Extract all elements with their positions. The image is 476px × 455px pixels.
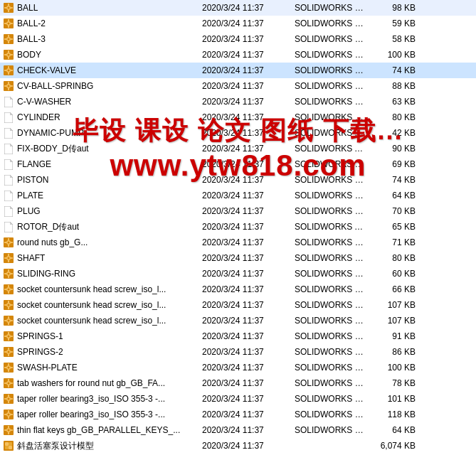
table-row[interactable]: CYLINDER 2020/3/24 11:37 SOLIDWORKS P...… <box>0 109 476 125</box>
file-type: SOLIDWORKS P... <box>295 331 366 341</box>
file-name: FLANGE <box>17 159 202 169</box>
file-name: tab washers for round nut gb_GB_FA... <box>17 378 202 388</box>
svg-rect-84 <box>8 285 9 287</box>
file-date: 2020/3/24 11:37 <box>202 331 295 341</box>
svg-point-125 <box>8 382 10 385</box>
svg-rect-100 <box>4 320 6 321</box>
file-name: BALL-3 <box>17 34 202 44</box>
file-icon <box>3 112 14 123</box>
file-date: 2020/3/24 11:37 <box>202 81 295 91</box>
svg-rect-34 <box>11 70 13 71</box>
svg-rect-143 <box>11 414 13 415</box>
table-row[interactable]: CV-BALL-SPRINBG 2020/3/24 11:37 SOLIDWOR… <box>0 78 476 94</box>
file-name: thin flat keys gb_GB_PARALLEL_KEYS_... <box>17 425 202 435</box>
file-icon <box>3 190 14 201</box>
svg-rect-93 <box>4 304 6 306</box>
table-row[interactable]: PISTON 2020/3/24 11:37 SOLIDWORKS P... 7… <box>0 172 476 188</box>
table-row[interactable]: taper roller bearing3_iso_ISO 355-3 -...… <box>0 391 476 407</box>
svg-point-90 <box>8 304 10 306</box>
file-type: SOLIDWORKS P... <box>295 347 366 357</box>
sw-part-icon <box>3 65 14 76</box>
file-date: 2020/3/24 11:37 <box>202 222 295 232</box>
table-row[interactable]: BODY 2020/3/24 11:37 SOLIDWORKS P... 100… <box>0 47 476 63</box>
svg-point-83 <box>8 289 10 291</box>
table-row[interactable]: ROTOR_D传aut 2020/3/24 11:37 SOLIDWORKS A… <box>0 219 476 235</box>
table-row[interactable]: PLUG 2020/3/24 11:37 SOLIDWORKS P... 70 … <box>0 203 476 219</box>
svg-rect-18 <box>8 41 9 43</box>
sw-part-icon <box>3 18 14 29</box>
file-size: 65 KB <box>366 222 416 232</box>
svg-rect-152 <box>5 442 9 446</box>
svg-rect-107 <box>4 336 6 337</box>
file-size: 80 KB <box>366 112 416 122</box>
table-row[interactable]: socket countersunk head screw_iso_l... 2… <box>0 313 476 328</box>
file-name: 斜盘活塞泵设计模型 <box>17 440 202 452</box>
table-row[interactable]: socket countersunk head screw_iso_l... 2… <box>0 297 476 313</box>
svg-rect-70 <box>8 254 9 256</box>
table-row[interactable]: tab washers for round nut gb_GB_FA... 20… <box>0 375 476 391</box>
svg-rect-6 <box>11 7 13 9</box>
sw-part-icon <box>3 2 14 14</box>
table-row[interactable]: BALL-3 2020/3/24 11:37 SOLIDWORKS P... 5… <box>0 31 476 47</box>
table-row[interactable]: FIX-BODY_D传aut 2020/3/24 11:37 SOLIDWORK… <box>0 141 476 156</box>
svg-point-9 <box>8 23 10 25</box>
svg-rect-133 <box>8 395 9 397</box>
table-row[interactable]: socket countersunk head screw_iso_l... 2… <box>0 282 476 297</box>
table-row[interactable]: SLIDING-RING 2020/3/24 11:37 SOLIDWORKS … <box>0 266 476 282</box>
table-row[interactable]: 斜盘活塞泵设计模型 2020/3/24 11:37 6,074 KB <box>0 438 476 454</box>
table-row[interactable]: thin flat keys gb_GB_PARALLEL_KEYS_... 2… <box>0 422 476 438</box>
file-date: 2020/3/24 11:37 <box>202 144 295 154</box>
table-row[interactable]: PLATE 2020/3/24 11:37 SOLIDWORKS R... 64… <box>0 188 476 203</box>
file-type: SOLIDWORKS P... <box>295 18 366 28</box>
svg-rect-115 <box>11 351 13 353</box>
svg-rect-41 <box>11 85 13 87</box>
file-date: 2020/3/24 11:37 <box>202 300 295 310</box>
file-date: 2020/3/24 11:37 <box>202 378 295 388</box>
file-date: 2020/3/24 11:37 <box>202 191 295 200</box>
svg-point-69 <box>8 257 10 259</box>
file-icon <box>3 159 14 170</box>
table-row[interactable]: CHECK-VALVE 2020/3/24 11:37 SOLIDWORKS P… <box>0 63 476 78</box>
svg-point-139 <box>8 414 10 416</box>
file-type: SOLIDWORKS R... <box>295 237 366 247</box>
svg-rect-91 <box>8 301 9 303</box>
svg-rect-71 <box>8 260 9 262</box>
svg-rect-92 <box>8 307 9 309</box>
svg-rect-26 <box>4 54 6 55</box>
table-row[interactable]: DYNAMIC-PUMP 2020/3/24 11:37 SOLIDWORKS … <box>0 125 476 141</box>
file-name: CHECK-VALVE <box>17 65 202 75</box>
file-type: SOLIDWORKS P... <box>295 253 366 263</box>
svg-rect-17 <box>8 35 9 37</box>
svg-rect-151 <box>4 441 14 451</box>
sw-part-icon <box>3 315 14 326</box>
file-type: SOLIDWORKS P... <box>295 378 366 388</box>
svg-rect-39 <box>8 88 9 90</box>
svg-rect-31 <box>8 66 9 68</box>
svg-rect-128 <box>4 382 6 384</box>
svg-rect-126 <box>8 379 9 381</box>
file-type: SOLIDWORKS A... <box>295 222 366 232</box>
table-row[interactable]: SPRINGS-2 2020/3/24 11:37 SOLIDWORKS P..… <box>0 344 476 360</box>
file-type: SOLIDWORKS P... <box>295 363 366 373</box>
table-row[interactable]: SPRINGS-1 2020/3/24 11:37 SOLIDWORKS P..… <box>0 328 476 344</box>
file-date: 2020/3/24 11:37 <box>202 50 295 60</box>
sw-part-icon <box>3 299 14 311</box>
svg-point-62 <box>8 242 10 244</box>
file-date: 2020/3/24 11:37 <box>202 206 295 216</box>
file-type: SOLIDWORKS P... <box>295 50 366 60</box>
file-name: BODY <box>17 50 202 60</box>
table-row[interactable]: FLANGE 2020/3/24 11:37 SOLIDWORKS P... 6… <box>0 156 476 172</box>
table-row[interactable]: round nuts gb_G... 2020/3/24 11:37 SOLID… <box>0 235 476 250</box>
file-size: 64 KB <box>366 425 416 435</box>
table-row[interactable]: SHAFT 2020/3/24 11:37 SOLIDWORKS P... 80… <box>0 250 476 266</box>
svg-rect-13 <box>11 23 13 24</box>
file-type: SOLIDWORKS P... <box>295 269 366 279</box>
file-size: 107 KB <box>366 300 416 310</box>
table-row[interactable]: C-V-WASHER 2020/3/24 11:37 SOLIDWORKS P.… <box>0 94 476 109</box>
table-row[interactable]: taper roller bearing3_iso_ISO 355-3 -...… <box>0 407 476 422</box>
svg-rect-64 <box>8 245 9 247</box>
table-row[interactable]: BALL 2020/3/24 11:37 SOLIDWORKS P... 98 … <box>0 0 476 16</box>
table-row[interactable]: BALL-2 2020/3/24 11:37 SOLIDWORKS P... 5… <box>0 16 476 31</box>
table-row[interactable]: SWASH-PLATE 2020/3/24 11:37 SOLIDWORKS P… <box>0 360 476 375</box>
svg-rect-108 <box>11 336 13 337</box>
